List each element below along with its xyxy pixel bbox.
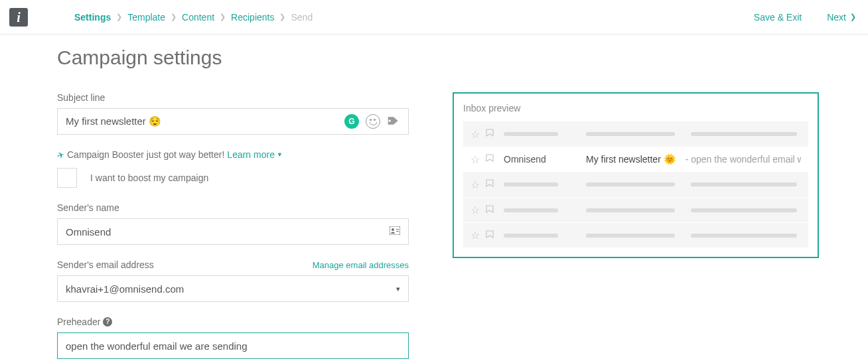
preview-row-placeholder: ☆ — [463, 172, 808, 197]
skeleton-subject — [586, 234, 675, 238]
sender-email-select-wrap: khavrai+1@omnisend.com ▾ — [57, 275, 409, 302]
sender-name-input[interactable] — [66, 226, 390, 238]
tag-icon[interactable] — [387, 115, 400, 128]
sender-email-select[interactable]: khavrai+1@omnisend.com — [66, 283, 392, 295]
breadcrumb-template[interactable]: Template — [127, 12, 165, 23]
inbox-preview-title: Inbox preview — [463, 103, 808, 113]
inbox-preview: Inbox preview ☆ ☆ Omnisend — [453, 92, 819, 258]
learn-more-link[interactable]: Learn more ▼ — [227, 149, 283, 160]
sender-name-label: Sender's name — [57, 202, 409, 213]
manage-emails-link[interactable]: Manage email addresses — [313, 260, 409, 270]
booster-text: Campaign Booster just got way better! — [67, 149, 224, 160]
subject-label: Subject line — [57, 92, 409, 103]
sender-email-label-text: Sender's email address — [57, 259, 154, 270]
preview-sender: Omnisend — [504, 154, 570, 165]
sender-name-input-wrap — [57, 218, 409, 245]
preheader-input[interactable] — [66, 340, 400, 352]
subject-field-block: Subject line G — [57, 92, 409, 135]
next-button-label: Next — [827, 12, 846, 23]
subject-input[interactable] — [66, 116, 339, 127]
chevron-down-icon: ▼ — [277, 151, 283, 158]
paper-plane-icon: ✈ — [56, 149, 66, 161]
sender-email-label: Sender's email address Manage email addr… — [57, 259, 409, 270]
booster-notice: ✈ Campaign Booster just got way better! … — [57, 149, 409, 160]
star-icon: ☆ — [470, 229, 480, 242]
chevron-right-icon: ❯ — [116, 13, 122, 21]
skeleton-body — [691, 234, 797, 238]
subject-input-wrap: G — [57, 108, 409, 135]
sender-name-block: Sender's name — [57, 202, 409, 245]
preview-row-active: ☆ Omnisend My first newsletter 🌞 - open … — [463, 147, 808, 172]
save-exit-button[interactable]: Save & Exit — [754, 12, 802, 23]
skeleton-subject — [586, 182, 675, 186]
bookmark-icon — [485, 204, 494, 216]
skeleton-sender — [504, 182, 558, 186]
star-icon: ☆ — [470, 204, 480, 216]
next-button[interactable]: Next ❯ — [827, 12, 856, 23]
preview-body: - open the wonderful email we a... — [686, 154, 801, 165]
page-title: Campaign settings — [57, 46, 820, 69]
skeleton-body — [691, 208, 797, 212]
preheader-input-wrap — [57, 332, 409, 359]
emoji-picker-icon[interactable] — [366, 114, 380, 129]
preview-row-placeholder: ☆ — [463, 222, 808, 248]
preview-row-placeholder: ☆ — [463, 121, 808, 147]
preview-row-placeholder: ☆ — [463, 197, 808, 222]
skeleton-subject — [586, 208, 675, 212]
brand-logo: i — [9, 8, 28, 27]
breadcrumb-content[interactable]: Content — [182, 12, 214, 23]
grammarly-icon[interactable]: G — [344, 114, 359, 129]
star-icon: ☆ — [470, 179, 480, 191]
breadcrumb-send: Send — [291, 12, 313, 23]
breadcrumb-settings[interactable]: Settings — [74, 12, 111, 23]
star-icon: ☆ — [470, 153, 480, 166]
bookmark-icon — [485, 153, 494, 165]
svg-rect-0 — [390, 226, 400, 235]
skeleton-subject — [586, 132, 675, 136]
learn-more-label: Learn more — [227, 149, 275, 160]
sender-email-block: Sender's email address Manage email addr… — [57, 259, 409, 302]
star-icon: ☆ — [470, 128, 480, 141]
preheader-block: Preheader ? — [57, 317, 409, 359]
chevron-right-icon: ❯ — [171, 13, 177, 21]
bookmark-icon — [485, 128, 494, 140]
preheader-label: Preheader ? — [57, 317, 409, 327]
contact-card-icon[interactable] — [390, 226, 400, 237]
skeleton-sender — [504, 132, 558, 136]
svg-rect-3 — [396, 231, 399, 232]
chevron-right-icon: ❯ — [279, 13, 285, 21]
help-icon[interactable]: ? — [103, 317, 112, 326]
skeleton-sender — [504, 234, 558, 238]
skeleton-body — [691, 182, 797, 186]
topbar: i Settings ❯ Template ❯ Content ❯ Recipi… — [0, 0, 868, 35]
breadcrumb-recipients[interactable]: Recipients — [231, 12, 274, 23]
preview-subject: My first newsletter 🌞 — [586, 153, 676, 165]
skeleton-sender — [504, 208, 558, 212]
bookmark-icon — [485, 230, 494, 242]
preheader-label-text: Preheader — [57, 317, 100, 327]
boost-checkbox-row: I want to boost my campaign — [57, 168, 409, 188]
breadcrumb: Settings ❯ Template ❯ Content ❯ Recipien… — [74, 12, 313, 23]
svg-rect-2 — [396, 229, 399, 230]
chevron-right-icon: ❯ — [850, 13, 856, 21]
preview-subject-text: My first newsletter — [586, 154, 661, 165]
svg-point-1 — [392, 228, 394, 231]
skeleton-body — [691, 132, 797, 136]
boost-checkbox-label: I want to boost my campaign — [90, 173, 208, 183]
chevron-down-icon: ▾ — [392, 285, 400, 293]
chevron-right-icon: ❯ — [220, 13, 226, 21]
boost-checkbox[interactable] — [57, 168, 77, 188]
bookmark-icon — [485, 179, 494, 190]
sun-emoji-icon: 🌞 — [664, 153, 676, 165]
